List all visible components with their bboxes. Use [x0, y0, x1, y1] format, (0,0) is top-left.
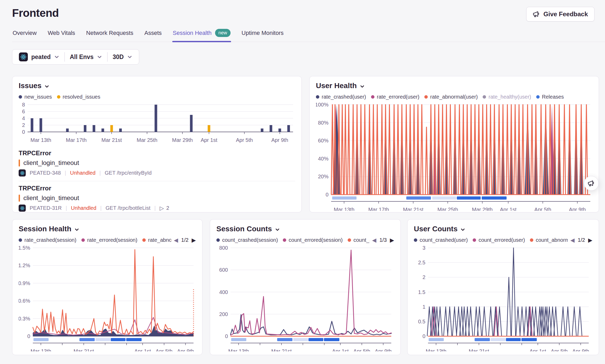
- session-counts-panel-title[interactable]: Session Counts: [216, 225, 394, 233]
- legend-label: rate_crashed(user): [322, 94, 366, 100]
- tab-overview[interactable]: Overview: [12, 27, 37, 42]
- svg-text:1.2%: 1.2%: [19, 263, 30, 268]
- issue-row[interactable]: TRPCErrorclient_login_timeoutPEATED-31R|…: [19, 181, 295, 212]
- legend-item[interactable]: rate_abnormal(user): [424, 94, 478, 100]
- tab-label: Uptime Monitors: [242, 30, 284, 36]
- issue-short-id[interactable]: PEATED-31R: [30, 205, 62, 211]
- svg-text:2: 2: [423, 274, 425, 280]
- legend-item[interactable]: count_errored(user): [473, 237, 525, 243]
- svg-text:Mar 21st: Mar 21st: [469, 348, 489, 351]
- legend-dot-icon: [473, 238, 476, 242]
- svg-text:0: 0: [423, 333, 425, 339]
- legend-item[interactable]: count_crashed(session): [216, 237, 278, 243]
- svg-text:Apr 9th: Apr 9th: [271, 137, 288, 143]
- legend-label: rate_abnormal(user): [430, 94, 478, 100]
- legend-label: count_errored(user): [478, 237, 525, 243]
- svg-text:Mar 25th: Mar 25th: [437, 207, 458, 211]
- legend-label: count_abnorm: [536, 237, 568, 243]
- issues-legend: new_issuesresolved_issues: [19, 94, 295, 100]
- legend-item[interactable]: count_a: [348, 237, 369, 243]
- legend-item[interactable]: rate_errored(user): [371, 94, 419, 100]
- issue-row[interactable]: TRPCErrorclient_login_timeoutPEATED-348|…: [19, 146, 295, 181]
- legend-item[interactable]: resolved_issues: [57, 94, 100, 100]
- legend-prev-button[interactable]: ◀: [570, 237, 575, 243]
- session-health-panel-title[interactable]: Session Health: [19, 225, 196, 233]
- legend-next-button[interactable]: ▶: [192, 237, 196, 243]
- tab-web-vitals[interactable]: Web Vitals: [47, 27, 76, 42]
- svg-text:0.9%: 0.9%: [19, 280, 30, 286]
- legend-label: new_issues: [24, 94, 52, 100]
- meta-separator: |: [154, 205, 156, 211]
- issue-meta: PEATED-348|Unhandled|GET /trpc/entityByI…: [19, 169, 295, 176]
- project-filter[interactable]: peated: [14, 52, 64, 61]
- svg-text:Mar 13th: Mar 13th: [30, 137, 51, 143]
- issue-message: client_login_timeout: [19, 159, 295, 167]
- legend-prev-button[interactable]: ◀: [174, 237, 178, 243]
- date-range-filter[interactable]: 30D: [108, 53, 137, 61]
- project-filter-value: peated: [31, 53, 51, 61]
- filter-bar: peated All Envs 30D: [12, 49, 139, 65]
- give-feedback-button[interactable]: Give Feedback: [526, 7, 594, 22]
- meta-separator: |: [65, 170, 66, 176]
- svg-text:Apr 5th: Apr 5th: [353, 348, 370, 351]
- issue-error-type: TRPCError: [19, 185, 295, 192]
- session-health-chart: 00.3%0.6%0.9%1.2%1.5%Mar 13thMar 21stApr…: [19, 245, 196, 351]
- legend-dot-icon: [536, 95, 540, 99]
- legend-dot-icon: [57, 95, 60, 99]
- unhandled-tag: Unhandled: [71, 205, 96, 211]
- session-health-legend: rate_crashed(session)rate_errored(sessio…: [19, 237, 171, 243]
- session-health-panel: Session Health rate_crashed(session)rate…: [12, 219, 202, 355]
- legend-item[interactable]: count_errored(session): [283, 237, 343, 243]
- legend-item[interactable]: rate_abnorr: [142, 237, 171, 243]
- svg-text:80%: 80%: [318, 120, 328, 126]
- svg-text:Mar 29th: Mar 29th: [172, 137, 193, 143]
- legend-item[interactable]: count_crashed(user): [414, 237, 468, 243]
- legend-item[interactable]: rate_errored(session): [81, 237, 137, 243]
- svg-text:Apr 9th: Apr 9th: [177, 348, 194, 351]
- legend-page-indicator: 1/2: [181, 237, 189, 243]
- error-level-bar: [19, 195, 20, 202]
- svg-text:0.3%: 0.3%: [19, 316, 30, 322]
- svg-text:100%: 100%: [316, 102, 328, 108]
- svg-text:Apr 9th: Apr 9th: [569, 207, 586, 211]
- megaphone-icon: [533, 10, 540, 18]
- session-counts-panel: Session Counts count_crashed(session)cou…: [210, 219, 401, 355]
- svg-text:Apr 1st: Apr 1st: [332, 348, 349, 351]
- svg-text:2: 2: [22, 122, 25, 128]
- legend-next-button[interactable]: ▶: [390, 237, 394, 243]
- unhandled-tag: Unhandled: [70, 170, 96, 176]
- floating-feedback-button[interactable]: [584, 176, 599, 191]
- tab-assets[interactable]: Assets: [144, 27, 162, 42]
- user-counts-panel-title[interactable]: User Counts: [414, 225, 592, 233]
- top-bar: Frontend Give Feedback: [0, 0, 605, 22]
- issue-short-id[interactable]: PEATED-348: [30, 170, 61, 176]
- svg-text:Mar 21st: Mar 21st: [101, 137, 122, 143]
- legend-prev-button[interactable]: ◀: [372, 237, 376, 243]
- issues-panel-title[interactable]: Issues: [19, 82, 295, 90]
- svg-text:Mar 13th: Mar 13th: [426, 348, 446, 351]
- legend-item[interactable]: rate_crashed(session): [19, 237, 76, 243]
- session-counts-legend: count_crashed(session)count_errored(sess…: [216, 237, 369, 243]
- svg-text:8: 8: [22, 102, 25, 108]
- svg-text:Apr 5th: Apr 5th: [156, 348, 173, 351]
- legend-item[interactable]: Releases: [536, 94, 564, 100]
- environment-filter[interactable]: All Envs: [65, 53, 107, 61]
- legend-item[interactable]: rate_healthy(user): [483, 94, 531, 100]
- react-project-icon: [19, 205, 26, 212]
- tab-session-health[interactable]: Session Healthnew: [172, 27, 231, 42]
- chevron-down-icon: [460, 227, 465, 232]
- user-health-panel-title[interactable]: User Health: [316, 82, 592, 90]
- legend-next-button[interactable]: ▶: [588, 237, 592, 243]
- legend-item[interactable]: count_abnorm: [530, 237, 568, 243]
- legend-dot-icon: [19, 238, 22, 242]
- legend-item[interactable]: new_issues: [19, 94, 52, 100]
- legend-item[interactable]: rate_crashed(user): [316, 94, 366, 100]
- svg-text:Apr 1st: Apr 1st: [530, 348, 546, 351]
- legend-dot-icon: [483, 95, 486, 99]
- tab-network-requests[interactable]: Network Requests: [86, 27, 134, 42]
- replay-count[interactable]: ▷2: [160, 205, 169, 211]
- chevron-down-icon: [360, 84, 365, 89]
- legend-pager: ◀ 1/2 ▶: [568, 237, 592, 243]
- tab-uptime-monitors[interactable]: Uptime Monitors: [241, 27, 284, 42]
- legend-label: Releases: [542, 94, 564, 100]
